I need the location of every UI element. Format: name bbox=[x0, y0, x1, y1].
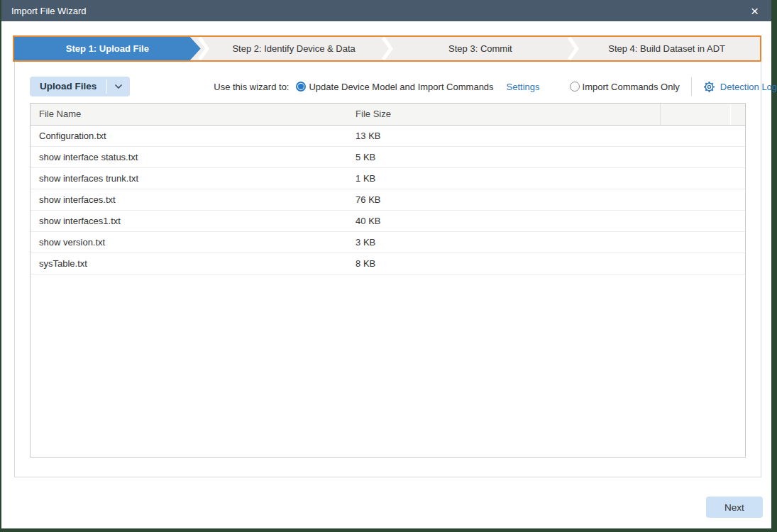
file-name-cell[interactable]: show interfaces.txt bbox=[31, 189, 347, 210]
radio-update-device-model[interactable] bbox=[296, 82, 306, 92]
empty-cell bbox=[660, 125, 731, 146]
table-row[interactable]: show interfaces trunk.txt 1 KB bbox=[31, 167, 745, 189]
empty-cell bbox=[731, 167, 745, 189]
empty-cell bbox=[660, 210, 731, 231]
empty-cell bbox=[731, 210, 745, 231]
table-row[interactable]: sysTable.txt 8 KB bbox=[31, 253, 745, 274]
table-row[interactable]: show version.txt 3 KB bbox=[31, 231, 745, 253]
step-separator-icon bbox=[568, 37, 579, 60]
tab-step-1-upload-file[interactable]: Step 1: Upload File bbox=[14, 37, 201, 60]
empty-cell bbox=[731, 146, 745, 167]
empty-cell bbox=[660, 189, 731, 210]
radio-import-commands-only[interactable] bbox=[570, 82, 580, 92]
file-name-cell[interactable]: show version.txt bbox=[31, 231, 347, 253]
tab-step-4-build-dataset-adt[interactable]: Step 4: Build Dataset in ADT bbox=[573, 37, 760, 60]
step-separator-icon bbox=[382, 37, 393, 60]
file-name-cell[interactable]: sysTable.txt bbox=[31, 253, 347, 274]
content-panel: Upload Files Use this wizard to: Update … bbox=[14, 62, 761, 477]
empty-cell bbox=[731, 189, 745, 210]
file-name-cell[interactable]: show interface status.txt bbox=[31, 146, 347, 167]
column-header-empty bbox=[660, 104, 731, 125]
import-file-wizard-window: Import File Wizard × Step 1: Upload File… bbox=[1, 0, 771, 528]
close-icon[interactable]: × bbox=[748, 4, 761, 18]
table-header-row: File Name File Size bbox=[31, 104, 745, 125]
table-row[interactable]: show interfaces.txt 76 KB bbox=[31, 189, 745, 210]
settings-link[interactable]: Settings bbox=[507, 82, 540, 92]
desktop: { "window": { "title": "Import File Wiza… bbox=[0, 0, 777, 532]
file-size-cell: 13 KB bbox=[347, 125, 660, 146]
column-header-file-name[interactable]: File Name bbox=[31, 104, 347, 125]
wizard-mode-group: Use this wizard to: Update Device Model … bbox=[214, 82, 680, 92]
toolbar: Upload Files Use this wizard to: Update … bbox=[30, 62, 746, 96]
window-title: Import File Wizard bbox=[11, 6, 748, 16]
empty-cell bbox=[731, 253, 745, 274]
table-row[interactable]: Configuration.txt 13 KB bbox=[31, 125, 745, 146]
table-row[interactable]: show interfaces1.txt 40 KB bbox=[31, 210, 745, 231]
file-name-cell[interactable]: show interfaces trunk.txt bbox=[31, 167, 347, 189]
upload-files-button[interactable]: Upload Files bbox=[30, 77, 130, 96]
file-name-cell[interactable]: show interfaces1.txt bbox=[31, 210, 347, 231]
toolbar-divider bbox=[691, 77, 692, 96]
empty-cell bbox=[660, 231, 731, 253]
file-size-cell: 5 KB bbox=[347, 146, 660, 167]
file-size-cell: 1 KB bbox=[347, 167, 660, 189]
column-header-empty bbox=[731, 104, 745, 125]
empty-cell bbox=[660, 146, 731, 167]
wizard-prompt-label: Use this wizard to: bbox=[214, 82, 289, 92]
upload-files-label: Upload Files bbox=[30, 77, 106, 96]
detection-logic-group: Detection Logic bbox=[680, 77, 777, 96]
empty-cell bbox=[660, 167, 731, 189]
radio-update-device-model-label[interactable]: Update Device Model and Import Commands bbox=[309, 82, 493, 92]
empty-cell bbox=[731, 231, 745, 253]
radio-import-commands-only-label[interactable]: Import Commands Only bbox=[583, 82, 680, 92]
file-table: File Name File Size Configuration.txt 13… bbox=[30, 103, 746, 458]
next-button[interactable]: Next bbox=[706, 497, 763, 518]
titlebar: Import File Wizard × bbox=[1, 0, 771, 21]
empty-cell bbox=[731, 125, 745, 146]
chevron-down-icon[interactable] bbox=[107, 77, 130, 96]
tab-step-2-identify-device-data[interactable]: Step 2: Identify Device & Data bbox=[201, 37, 387, 60]
file-size-cell: 8 KB bbox=[347, 253, 660, 274]
tab-step-3-commit[interactable]: Step 3: Commit bbox=[387, 37, 574, 60]
detection-logic-link[interactable]: Detection Logic bbox=[720, 82, 777, 92]
gear-icon bbox=[703, 81, 715, 93]
table-row[interactable]: show interface status.txt 5 KB bbox=[31, 146, 745, 167]
empty-cell bbox=[660, 253, 731, 274]
wizard-step-bar: Step 1: Upload File Step 2: Identify Dev… bbox=[13, 35, 761, 62]
file-size-cell: 76 KB bbox=[347, 189, 660, 210]
column-header-file-size[interactable]: File Size bbox=[347, 104, 660, 125]
file-size-cell: 3 KB bbox=[347, 231, 660, 253]
file-size-cell: 40 KB bbox=[347, 210, 660, 231]
file-name-cell[interactable]: Configuration.txt bbox=[31, 125, 347, 146]
